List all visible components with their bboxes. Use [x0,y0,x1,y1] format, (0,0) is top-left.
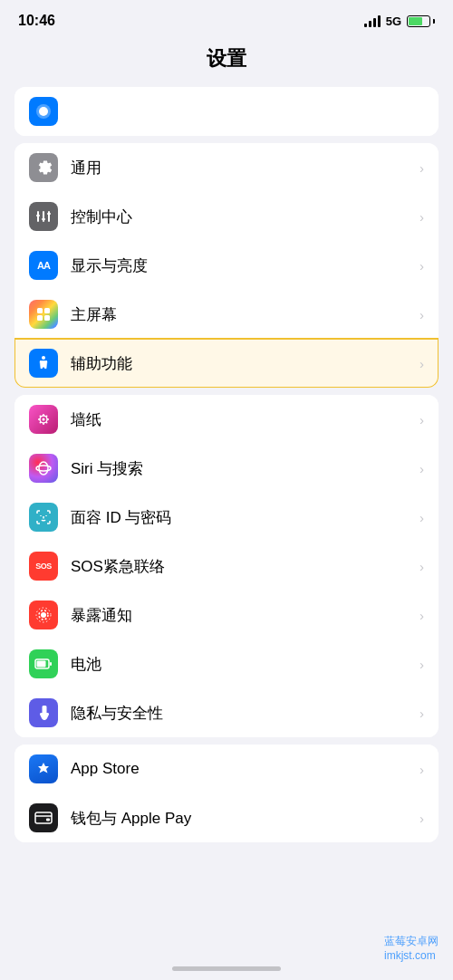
battery-setting-icon [29,649,58,678]
faceid-label: 面容 ID 与密码 [71,507,412,528]
svg-point-26 [39,462,48,475]
svg-point-12 [42,356,45,360]
svg-line-24 [46,416,47,417]
wallpaper-svg [34,410,53,428]
signal-bar-3 [373,18,376,27]
faceid-icon [29,503,58,532]
exposure-icon-inner [29,600,58,629]
appstore-icon [29,754,58,783]
top-partial-group [14,87,439,136]
top-partial-icon-inner [29,97,58,126]
settings-row-sos[interactable]: SOS SOS紧急联络 › [14,542,439,591]
svg-rect-9 [44,308,50,313]
settings-row-wallet[interactable]: 钱包与 Apple Pay › [14,793,439,842]
battery-indicator [407,15,435,27]
display-icon: AA [29,251,58,280]
settings-row-battery[interactable]: 电池 › [14,639,439,688]
wallet-svg [34,811,53,825]
home-screen-chevron: › [419,307,424,322]
faceid-icon-inner [29,503,58,532]
faceid-svg [34,508,53,526]
wallpaper-icon-inner [29,405,58,434]
sos-chevron: › [419,559,424,574]
settings-group-1: 通用 › 控制中心 › AA 显示与亮度 › [14,143,439,388]
settings-row-general[interactable]: 通用 › [14,143,439,192]
svg-rect-3 [36,215,40,216]
home-screen-icon-inner [29,300,58,329]
display-icon-inner: AA [29,251,58,280]
accessibility-chevron: › [419,356,424,371]
wallet-label: 钱包与 Apple Pay [71,808,412,829]
page-header: 设置 [0,36,453,87]
svg-rect-4 [43,211,44,222]
svg-line-25 [40,422,41,423]
settings-row-accessibility[interactable]: 辅助功能 › [14,339,439,388]
page-title: 设置 [18,45,435,72]
settings-group-2: 墙纸 › Siri 与搜索 › [14,395,439,737]
svg-point-17 [43,418,45,421]
privacy-chevron: › [419,706,424,721]
faceid-chevron: › [419,510,424,525]
settings-row-siri[interactable]: Siri 与搜索 › [14,444,439,493]
battery-chevron: › [419,657,424,672]
top-partial-row[interactable] [14,87,439,136]
exposure-chevron: › [419,608,424,623]
general-icon [29,153,58,182]
general-label: 通用 [71,158,412,178]
appstore-label: App Store [71,760,412,778]
svg-point-28 [41,612,46,618]
privacy-icon [29,698,58,727]
svg-rect-8 [37,308,43,313]
status-icons: 5G [364,14,435,28]
appstore-icon-inner [29,754,58,783]
sliders-svg [34,207,53,226]
battery-setting-icon-inner [29,649,58,678]
home-indicator [172,966,281,971]
siri-svg [35,460,52,476]
svg-rect-34 [35,812,52,823]
sos-label: SOS紧急联络 [71,556,412,577]
display-chevron: › [419,258,424,274]
signal-bar-4 [378,15,381,27]
signal-bars [364,14,381,27]
wallet-icon-inner [29,803,58,832]
svg-rect-35 [46,819,50,821]
accessibility-svg [34,354,53,372]
settings-group-3: App Store › 钱包与 Apple Pay › [14,745,439,842]
top-partial-svg [34,102,53,120]
settings-row-display[interactable]: AA 显示与亮度 › [14,241,439,290]
grid-svg [35,306,52,322]
status-5g: 5G [386,14,401,28]
settings-row-faceid[interactable]: 面容 ID 与密码 › [14,493,439,542]
sos-icon-inner: SOS [29,552,58,581]
settings-row-appstore[interactable]: App Store › [14,745,439,793]
status-time: 10:46 [18,13,55,29]
control-center-label: 控制中心 [71,207,412,227]
settings-row-privacy[interactable]: 隐私与安全性 › [14,688,439,737]
control-center-icon-inner [29,202,58,231]
privacy-label: 隐私与安全性 [71,703,412,724]
settings-row-home-screen[interactable]: 主屏幕 › [14,290,439,339]
svg-rect-5 [42,218,45,220]
battery-body [407,15,430,27]
signal-bar-2 [369,21,371,27]
accessibility-label: 辅助功能 [71,353,412,374]
battery-fill [409,17,422,25]
hand-svg [35,704,52,722]
wallet-chevron: › [419,811,424,826]
home-screen-label: 主屏幕 [71,304,412,325]
settings-row-wallpaper[interactable]: 墙纸 › [14,395,439,444]
siri-chevron: › [419,461,424,476]
home-screen-icon [29,300,58,329]
accessibility-icon-inner [29,349,58,378]
svg-rect-32 [37,661,46,668]
status-bar: 10:46 5G [0,0,453,36]
privacy-icon-inner [29,698,58,727]
wallpaper-chevron: › [419,412,424,428]
svg-rect-11 [44,315,50,321]
battery-tip [433,19,435,24]
settings-row-control-center[interactable]: 控制中心 › [14,192,439,241]
settings-row-exposure[interactable]: 暴露通知 › [14,591,439,639]
accessibility-icon [29,349,58,378]
appstore-chevron: › [419,762,424,777]
